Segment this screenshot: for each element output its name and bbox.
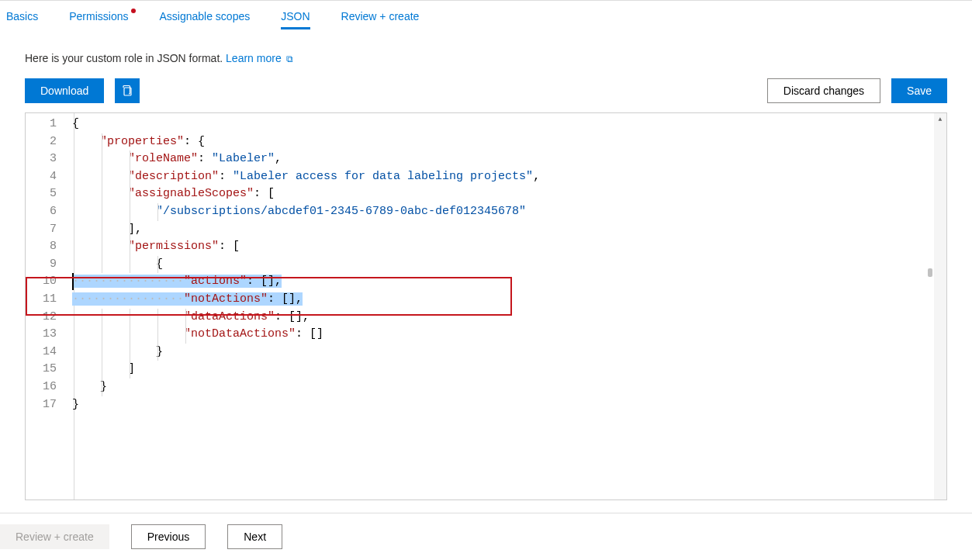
line-number: 11 xyxy=(26,291,57,309)
tab-json[interactable]: JSON xyxy=(281,10,310,29)
code-line: { xyxy=(72,116,946,133)
line-number: 4 xyxy=(26,168,57,186)
code-line: ················"notActions": [], xyxy=(72,291,946,309)
subheading-text: Here is your custom role in JSON format. xyxy=(25,52,226,64)
learn-more-link[interactable]: Learn more ⧉ xyxy=(226,52,292,64)
copy-button[interactable] xyxy=(115,78,140,103)
tab-permissions-badge-icon xyxy=(131,9,136,13)
subheading: Here is your custom role in JSON format.… xyxy=(0,38,972,78)
code-line: ], xyxy=(72,221,946,239)
code-line: ················"actions": [], xyxy=(72,273,946,291)
external-link-icon: ⧉ xyxy=(286,54,293,64)
line-number: 10 xyxy=(26,273,57,291)
code-line: "dataActions": [], xyxy=(72,309,946,327)
json-editor[interactable]: 1 2 3 4 5 6 7 8 9 10 11 12 13 14 15 16 1… xyxy=(25,112,947,500)
line-number: 5 xyxy=(26,185,57,203)
vertical-scrollbar[interactable]: ▲ xyxy=(934,113,946,500)
code-line: "/subscriptions/abcdef01-2345-6789-0abc-… xyxy=(72,203,946,221)
previous-button[interactable]: Previous xyxy=(131,524,206,549)
scroll-up-icon[interactable]: ▲ xyxy=(934,113,946,124)
code-line: } xyxy=(72,344,946,361)
tab-basics[interactable]: Basics xyxy=(6,10,38,29)
code-line: } xyxy=(72,379,946,396)
copy-icon xyxy=(121,85,133,97)
learn-more-label: Learn more xyxy=(226,52,282,64)
tab-bar: Basics Permissions Assignable scopes JSO… xyxy=(0,1,972,38)
line-number: 8 xyxy=(26,238,57,256)
code-line: "notDataActions": [] xyxy=(72,326,946,344)
code-line: "properties": { xyxy=(72,133,946,151)
line-number: 13 xyxy=(26,326,57,344)
line-number: 2 xyxy=(26,133,57,151)
code-line: { xyxy=(72,256,946,274)
line-number: 3 xyxy=(26,150,57,168)
toolbar: Download Discard changes Save xyxy=(0,78,972,112)
line-number: 7 xyxy=(26,221,57,239)
line-number: 6 xyxy=(26,203,57,221)
line-number: 16 xyxy=(26,379,57,396)
code-line: "description": "Labeler access for data … xyxy=(72,168,946,186)
line-number: 15 xyxy=(26,361,57,379)
line-number: 14 xyxy=(26,344,57,361)
tab-assignable-scopes[interactable]: Assignable scopes xyxy=(159,10,250,29)
editor-cursor xyxy=(72,273,74,290)
code-line: "assignableScopes": [ xyxy=(72,185,946,203)
tab-review-create[interactable]: Review + create xyxy=(341,10,420,29)
line-number: 12 xyxy=(26,309,57,327)
discard-changes-button[interactable]: Discard changes xyxy=(767,78,880,103)
code-content[interactable]: { "properties": { "roleName": "Labeler",… xyxy=(72,113,946,500)
line-number: 17 xyxy=(26,396,57,414)
tab-permissions-label: Permissions xyxy=(69,10,128,22)
save-button[interactable]: Save xyxy=(891,78,947,103)
code-line: ] xyxy=(72,361,946,379)
minimap-marker[interactable] xyxy=(928,268,932,277)
tab-permissions[interactable]: Permissions xyxy=(69,10,128,29)
download-button[interactable]: Download xyxy=(25,78,104,103)
line-number-gutter: 1 2 3 4 5 6 7 8 9 10 11 12 13 14 15 16 1… xyxy=(26,113,72,500)
review-create-button[interactable]: Review + create xyxy=(0,524,109,549)
next-button[interactable]: Next xyxy=(227,524,282,549)
code-line: } xyxy=(72,396,946,414)
code-line: "permissions": [ xyxy=(72,238,946,256)
line-number: 1 xyxy=(26,116,57,133)
code-line: "roleName": "Labeler", xyxy=(72,150,946,168)
line-number: 9 xyxy=(26,256,57,274)
wizard-footer: Review + create Previous Next xyxy=(0,513,972,560)
